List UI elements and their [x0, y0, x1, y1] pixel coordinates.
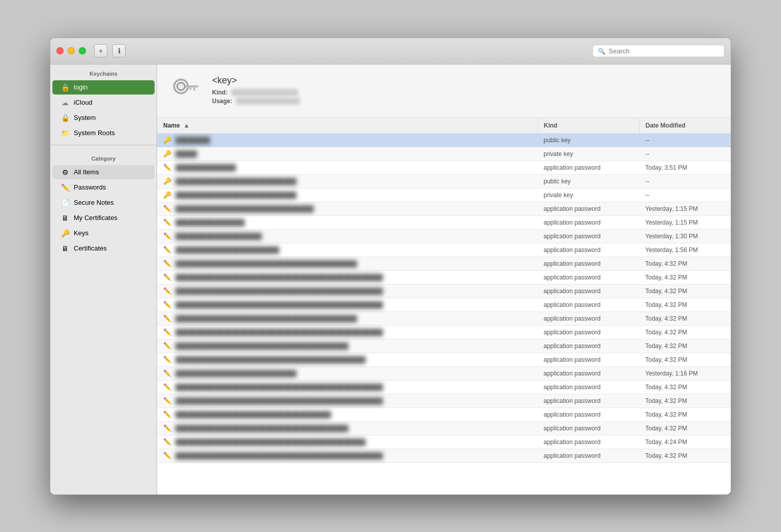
- name-cell: ✏️ █████████████████████████████████████…: [157, 257, 537, 270]
- row-name: ████████████████████████████████████████…: [175, 384, 383, 391]
- date-cell: Today, 3:51 PM: [639, 161, 731, 174]
- sidebar-item-label-keys: Keys: [74, 229, 88, 237]
- col-name-label: Name: [163, 122, 180, 129]
- table-row[interactable]: ✏️ █████████████████████████████████████…: [157, 298, 731, 311]
- detail-info: <key> Kind: public key, 2048-bit RSA Usa…: [212, 75, 300, 106]
- row-icon: ✏️: [163, 232, 171, 240]
- sidebar-item-login[interactable]: 🔒 login: [52, 80, 155, 95]
- table-row[interactable]: 🔑 ████████████████████████████ private k…: [157, 188, 731, 202]
- system-lock-icon: 🔒: [61, 113, 70, 122]
- sidebar-item-passwords[interactable]: ✏️ Passwords: [52, 180, 155, 195]
- row-icon: ✏️: [163, 369, 171, 378]
- kind-cell: application password: [537, 449, 639, 462]
- table-row[interactable]: ✏️ █████████████████████████████████████…: [157, 435, 731, 449]
- sidebar-item-system[interactable]: 🔒 System: [52, 111, 155, 125]
- note-icon: 📄: [61, 198, 70, 207]
- date-cell: Today, 4:32 PM: [639, 311, 731, 325]
- date-cell: Yesterday, 1:56 PM: [639, 243, 731, 257]
- sidebar-item-all-items[interactable]: ⚙ All Items: [52, 165, 155, 179]
- certificate-icon: 🖥: [61, 213, 70, 223]
- row-name: ████████████████████████████████████████…: [175, 274, 383, 281]
- main-content: Keychains 🔒 login ☁ iCloud 🔒 System 📁 Sy…: [50, 65, 731, 494]
- table-row[interactable]: ✏️ ████████████████████████████ applicat…: [157, 366, 731, 380]
- table-row[interactable]: ✏️ ██████████████ application passwordTo…: [157, 161, 731, 174]
- cert-icon: 🖥: [61, 244, 70, 253]
- sidebar-item-keys[interactable]: 🔑 Keys: [52, 226, 155, 240]
- row-icon: ✏️: [163, 301, 171, 309]
- items-table: Name ▲ Kind Date Modified 🔑 ████████ pub…: [157, 118, 731, 463]
- sidebar: Keychains 🔒 login ☁ iCloud 🔒 System 📁 Sy…: [50, 65, 157, 494]
- info-button[interactable]: ℹ: [112, 44, 126, 57]
- svg-rect-2: [186, 85, 199, 87]
- table-row[interactable]: ✏️ █████████████████████████████████████…: [157, 449, 731, 462]
- name-cell: ✏️ ████████████████████████: [157, 243, 537, 257]
- col-name[interactable]: Name ▲: [157, 118, 537, 134]
- search-input[interactable]: [609, 47, 719, 55]
- traffic-lights: [56, 47, 86, 54]
- row-name: ████████████████████████████████████████…: [175, 301, 383, 308]
- table-row[interactable]: 🔑 ████████ public key--: [157, 133, 731, 147]
- table-row[interactable]: ✏️ ████████████████████████ application …: [157, 243, 731, 257]
- close-button[interactable]: [56, 47, 64, 54]
- table-row[interactable]: 🔑 █████ private key--: [157, 147, 731, 161]
- table-row[interactable]: ✏️ █████████████████████████████████████…: [157, 394, 731, 408]
- col-kind[interactable]: Kind: [537, 118, 639, 134]
- table-row[interactable]: ✏️ █████████████████████████████████████…: [157, 353, 731, 366]
- table-row[interactable]: ✏️ ████████████████████████████████████ …: [157, 408, 731, 421]
- content-area: <key> Kind: public key, 2048-bit RSA Usa…: [157, 65, 731, 494]
- usage-value: Encrypt, Decrypt, Verify: [236, 98, 299, 105]
- maximize-button[interactable]: [79, 47, 86, 54]
- table-row[interactable]: 🔑 ████████████████████████████ public ke…: [157, 174, 731, 188]
- table-row[interactable]: ✏️ █████████████████████████████████████…: [157, 311, 731, 325]
- sidebar-item-certificates[interactable]: 🖥 Certificates: [52, 241, 155, 256]
- row-name: ████████████████████████████████████: [175, 411, 331, 418]
- table-row[interactable]: ✏️ █████████████████████████████████████…: [157, 339, 731, 353]
- main-window: + ℹ 🔍 Keychains 🔒 login ☁ iCloud: [50, 38, 731, 495]
- date-cell: Today, 4:32 PM: [639, 449, 731, 462]
- sidebar-item-my-certificates[interactable]: 🖥 My Certificates: [52, 211, 155, 225]
- col-date[interactable]: Date Modified: [639, 118, 731, 134]
- date-cell: Today, 4:32 PM: [639, 421, 731, 435]
- sidebar-item-label-my-certificates: My Certificates: [74, 214, 117, 222]
- sidebar-divider: [50, 145, 157, 145]
- sidebar-item-system-roots[interactable]: 📁 System Roots: [52, 126, 155, 140]
- date-cell: --: [639, 188, 731, 202]
- kind-cell: public key: [537, 174, 639, 188]
- cloud-icon: ☁: [61, 98, 70, 107]
- detail-title: <key>: [212, 75, 300, 86]
- table-row[interactable]: ✏️ █████████████████████████████████████…: [157, 325, 731, 339]
- minimize-button[interactable]: [68, 47, 75, 54]
- table-row[interactable]: ✏️ █████████████████████████████████████…: [157, 421, 731, 435]
- kind-cell: application password: [537, 366, 639, 380]
- row-name: ████████████████████: [175, 233, 262, 240]
- name-cell: ✏️ █████████████████████████████████████…: [157, 353, 537, 366]
- name-cell: ✏️ ████████████████████████████: [157, 366, 537, 380]
- table-container[interactable]: Name ▲ Kind Date Modified 🔑 ████████ pub…: [157, 118, 731, 494]
- table-row[interactable]: ✏️ █████████████████████████████████████…: [157, 380, 731, 394]
- search-bar[interactable]: 🔍: [592, 45, 725, 57]
- name-cell: ✏️ █████████████████████████████████████…: [157, 325, 537, 339]
- table-row[interactable]: ✏️ ████████████████ application password…: [157, 215, 731, 229]
- table-row[interactable]: ✏️ ████████████████████ application pass…: [157, 229, 731, 243]
- table-body: 🔑 ████████ public key-- 🔑 █████ private …: [157, 133, 731, 462]
- sidebar-item-secure-notes[interactable]: 📄 Secure Notes: [52, 196, 155, 210]
- table-row[interactable]: ✏️ █████████████████████████████████████…: [157, 270, 731, 284]
- kind-cell: application password: [537, 161, 639, 174]
- usage-label: Usage:: [212, 98, 232, 105]
- name-cell: ✏️ █████████████████████████████████████…: [157, 284, 537, 298]
- sidebar-item-icloud[interactable]: ☁ iCloud: [52, 96, 155, 110]
- add-button[interactable]: +: [94, 44, 107, 57]
- date-cell: Today, 4:32 PM: [639, 270, 731, 284]
- svg-rect-3: [193, 87, 195, 90]
- row-icon: ✏️: [163, 342, 171, 350]
- table-row[interactable]: ✏️ █████████████████████████████████████…: [157, 284, 731, 298]
- date-cell: Today, 4:32 PM: [639, 325, 731, 339]
- table-row[interactable]: ✏️ █████████████████████████████████████…: [157, 257, 731, 270]
- name-cell: ✏️ █████████████████████████████████████…: [157, 311, 537, 325]
- kind-cell: application password: [537, 353, 639, 366]
- row-name: ████████████████████████████████████████…: [175, 260, 357, 267]
- titlebar: + ℹ 🔍: [50, 38, 731, 65]
- table-row[interactable]: ✏️ ████████████████████████████████ appl…: [157, 202, 731, 215]
- row-name: ████████████████████████████████████████…: [175, 397, 383, 404]
- sort-arrow: ▲: [184, 122, 190, 129]
